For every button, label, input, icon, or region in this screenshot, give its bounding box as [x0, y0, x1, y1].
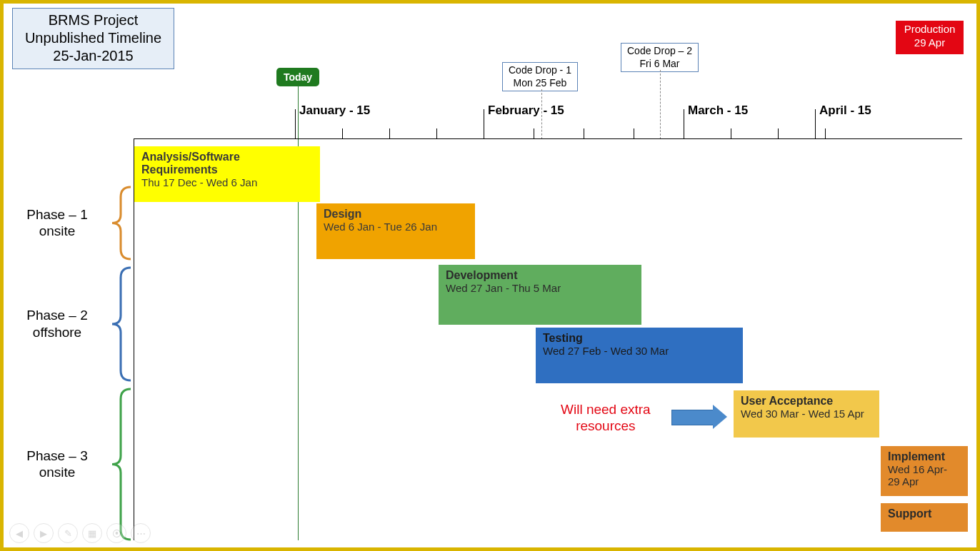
task-title: Development [446, 269, 634, 282]
task-dates: Thu 17 Dec - Wed 6 Jan [141, 176, 313, 188]
task-bar-7[interactable]: Support [881, 503, 968, 532]
task-bar-3[interactable]: DevelopmentWed 27 Jan - Thu 5 Mar [439, 265, 641, 325]
month-label: March - 15 [688, 103, 748, 118]
week-tick [731, 128, 731, 139]
task-title: Implement [888, 450, 961, 463]
title-line-1: BRMS Project [13, 11, 174, 29]
phase-label-3: Phase – 3onsite [11, 448, 104, 482]
month-tick [484, 109, 484, 139]
week-tick [584, 128, 584, 139]
phase-label-2: Phase – 2offshore [11, 307, 104, 341]
today-badge: Today [276, 68, 319, 86]
month-label: April - 15 [819, 103, 871, 118]
task-dates: Wed 27 Feb - Wed 30 Mar [543, 345, 736, 357]
task-bar-2[interactable]: DesignWed 6 Jan - Tue 26 Jan [316, 203, 475, 259]
phase-brace-3 [111, 388, 132, 541]
title-line-3: 25-Jan-2015 [13, 47, 174, 65]
week-tick [534, 128, 534, 139]
task-title: Testing [543, 332, 736, 345]
title-line-2: Unpublished Timeline [13, 29, 174, 47]
arrow-body [671, 410, 714, 425]
task-title: User Acceptance [741, 395, 872, 408]
resource-annotation: Will need extraresources [561, 402, 651, 435]
month-tick [815, 109, 816, 139]
task-dates: Wed 30 Mar - Wed 15 Apr [741, 408, 872, 420]
callout-date: Fri 6 Mar [627, 58, 692, 71]
more-button[interactable]: ⋯ [131, 523, 151, 543]
week-tick [634, 128, 634, 139]
task-title: Analysis/Software Requirements [141, 151, 313, 176]
task-bar-6[interactable]: ImplementWed 16 Apr- 29 Apr [881, 446, 968, 496]
task-bar-4[interactable]: TestingWed 27 Feb - Wed 30 Mar [536, 328, 743, 383]
phase-label-1: Phase – 1onsite [11, 206, 104, 241]
presentation-controls: ◀ ▶ ✎ ▦ ⦿ ⋯ [9, 523, 151, 543]
week-tick [342, 128, 343, 139]
pen-button[interactable]: ✎ [58, 523, 78, 543]
production-flag: Production 29 Apr [896, 21, 964, 54]
week-tick [436, 128, 437, 139]
task-bar-5[interactable]: User AcceptanceWed 30 Mar - Wed 15 Apr [734, 390, 879, 438]
task-bar-1[interactable]: Analysis/Software RequirementsThu 17 Dec… [134, 146, 320, 202]
arrow-head-icon [713, 405, 727, 429]
phase-brace-1 [111, 186, 132, 261]
month-tick [684, 109, 684, 139]
month-label: February - 15 [488, 103, 564, 118]
week-tick [389, 128, 390, 139]
next-slide-button[interactable]: ▶ [34, 523, 54, 543]
task-dates: Wed 27 Jan - Thu 5 Mar [446, 282, 634, 294]
task-title: Design [324, 208, 468, 221]
week-tick [778, 128, 779, 139]
views-button[interactable]: ▦ [82, 523, 102, 543]
callout-2: Code Drop – 2Fri 6 Mar [621, 43, 699, 72]
month-label: January - 15 [299, 103, 370, 118]
phase-brace-2 [111, 266, 132, 382]
week-tick [825, 128, 826, 139]
title-box: BRMS Project Unpublished Timeline 25-Jan… [12, 8, 174, 69]
callout-title: Code Drop - 1 [509, 64, 571, 77]
callout-title: Code Drop – 2 [627, 45, 692, 58]
axis-baseline [134, 138, 962, 139]
time-axis: January - 15February - 15March - 15April… [134, 103, 962, 139]
production-label: Production [896, 23, 964, 36]
task-dates: Wed 6 Jan - Tue 26 Jan [324, 221, 468, 233]
timeline-canvas: BRMS Project Unpublished Timeline 25-Jan… [0, 0, 980, 551]
prev-slide-button[interactable]: ◀ [9, 523, 29, 543]
callout-date: Mon 25 Feb [509, 77, 571, 90]
zoom-button[interactable]: ⦿ [106, 523, 126, 543]
month-tick [295, 109, 296, 139]
annotation-arrow [671, 405, 727, 429]
callout-1: Code Drop - 1Mon 25 Feb [502, 62, 578, 91]
task-title: Support [888, 507, 961, 520]
production-date: 29 Apr [896, 36, 964, 50]
task-dates: Wed 16 Apr- 29 Apr [888, 463, 961, 487]
